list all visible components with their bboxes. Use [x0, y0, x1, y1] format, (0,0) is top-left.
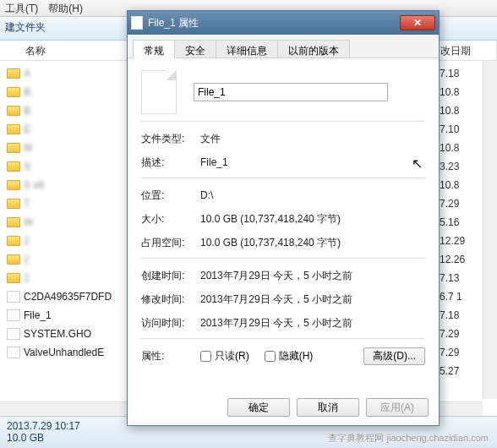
list-item[interactable]: 2: [7, 269, 134, 287]
file-name: S: [24, 161, 30, 172]
file-name: W: [24, 216, 33, 228]
folder-icon: [7, 236, 20, 246]
label-type: 文件类型:: [141, 132, 200, 146]
folder-icon: [7, 254, 20, 265]
dialog-button-row: 确定 取消 应用(A): [227, 398, 429, 417]
folder-icon: [7, 273, 20, 283]
general-panel: 文件类型:文件 描述:File_1 位置:D:\ 大小:10.0 GB (10,…: [128, 58, 439, 393]
file-name: File_1: [24, 309, 52, 321]
separator: [141, 258, 425, 259]
separator: [141, 178, 425, 178]
new-folder-button[interactable]: 建文件夹: [5, 21, 46, 33]
file-name: 2: [24, 254, 30, 265]
filename-input[interactable]: [194, 83, 388, 101]
title-file-icon: [131, 16, 143, 30]
watermark: 查字典教程网 jiaocheng.chazidian.com: [328, 432, 489, 445]
tab-details[interactable]: 详细信息: [216, 40, 278, 57]
folder-icon: [7, 180, 20, 190]
file-name: T: [24, 198, 30, 210]
list-item[interactable]: A: [7, 64, 134, 83]
folder-icon: [7, 161, 20, 172]
file-icon: [7, 328, 20, 340]
readonly-checkbox[interactable]: 只读(R): [200, 349, 249, 363]
list-item[interactable]: File_1: [7, 306, 134, 325]
folder-icon: [7, 217, 20, 227]
ok-button[interactable]: 确定: [227, 398, 290, 417]
hidden-checkbox[interactable]: 隐藏(H): [265, 349, 314, 363]
tab-previous-versions[interactable]: 以前的版本: [277, 40, 350, 57]
file-name: A: [24, 68, 30, 79]
tab-general[interactable]: 常规: [133, 40, 175, 58]
file-name: B: [24, 105, 30, 117]
file-large-icon: [141, 70, 177, 114]
folder-icon: [7, 143, 20, 153]
separator: [141, 338, 425, 339]
tabstrip: 常规 安全 详细信息 以前的版本: [128, 35, 439, 58]
list-item[interactable]: S x8: [7, 176, 134, 194]
apply-button[interactable]: 应用(A): [366, 398, 429, 417]
value-size: 10.0 GB (10,737,418,240 字节): [200, 212, 341, 227]
list-item[interactable]: B: [7, 101, 134, 120]
close-icon: ✕: [413, 17, 422, 29]
folder-icon: [7, 68, 20, 79]
file-name: ValveUnhandledE: [24, 347, 104, 358]
folder-icon: [7, 199, 20, 209]
label-description: 描述:: [141, 156, 200, 170]
folder-icon: [7, 87, 20, 97]
menu-help[interactable]: 帮助(H): [48, 2, 83, 14]
value-accessed: 2013年7月29日 今天，5 小时之前: [200, 316, 352, 331]
file-name: SYSTEM.GHO: [24, 328, 91, 340]
file-name: 2: [24, 235, 30, 247]
tab-security[interactable]: 安全: [174, 40, 216, 57]
app-icon: [7, 291, 20, 303]
menu-tools[interactable]: 工具(T): [5, 2, 38, 14]
list-item[interactable]: B:: [7, 83, 134, 101]
file-icon: [7, 309, 20, 321]
column-name[interactable]: 名称: [0, 41, 144, 60]
list-item[interactable]: 2: [7, 250, 134, 269]
file-name: M: [24, 142, 32, 154]
close-button[interactable]: ✕: [400, 15, 435, 30]
list-item[interactable]: 2: [7, 232, 134, 250]
label-size-on-disk: 占用空间:: [141, 236, 200, 250]
value-size-on-disk: 10.0 GB (10,737,418,240 字节): [200, 236, 341, 250]
file-name: C2DA49635F7DFD: [24, 291, 112, 303]
titlebar[interactable]: File_1 属性 ✕: [128, 11, 439, 35]
properties-dialog: File_1 属性 ✕ 常规 安全 详细信息 以前的版本 文件类型:文件 描述:…: [127, 10, 440, 426]
advanced-button[interactable]: 高级(D)...: [363, 347, 425, 365]
label-modified: 修改时间:: [141, 292, 200, 307]
list-item[interactable]: S: [7, 157, 134, 176]
label-created: 创建时间:: [141, 269, 200, 283]
vertical-scrollbar[interactable]: [483, 61, 497, 399]
list-item[interactable]: C2DA49635F7DFD: [7, 287, 134, 306]
label-attributes: 属性:: [141, 349, 200, 363]
file-list: AB:BE:MSS x8TW222C2DA49635F7DFDFile_1SYS…: [7, 64, 134, 362]
value-description: File_1: [200, 156, 228, 168]
value-location: D:\: [200, 189, 213, 201]
list-item[interactable]: M: [7, 139, 134, 157]
list-item[interactable]: T: [7, 194, 134, 213]
dialog-title: File_1 属性: [148, 16, 400, 30]
file-name: E:: [24, 123, 33, 135]
file-name: B:: [24, 86, 33, 98]
folder-icon: [7, 106, 20, 116]
separator: [141, 121, 425, 122]
value-created: 2013年7月29日 今天，5 小时之前: [200, 269, 352, 283]
file-icon: [7, 347, 20, 358]
file-name: 2: [24, 272, 30, 284]
label-location: 位置:: [141, 188, 200, 203]
label-size: 大小:: [141, 212, 200, 227]
folder-icon: [7, 124, 20, 134]
value-type: 文件: [200, 132, 221, 146]
list-item[interactable]: E:: [7, 120, 134, 139]
cancel-button[interactable]: 取消: [297, 398, 359, 417]
file-name: S x8: [24, 179, 44, 191]
value-modified: 2013年7月29日 今天，5 小时之前: [200, 292, 352, 307]
list-item[interactable]: W: [7, 213, 134, 232]
list-item[interactable]: SYSTEM.GHO: [7, 325, 134, 343]
list-item[interactable]: ValveUnhandledE: [7, 343, 134, 362]
label-accessed: 访问时间:: [141, 316, 200, 331]
